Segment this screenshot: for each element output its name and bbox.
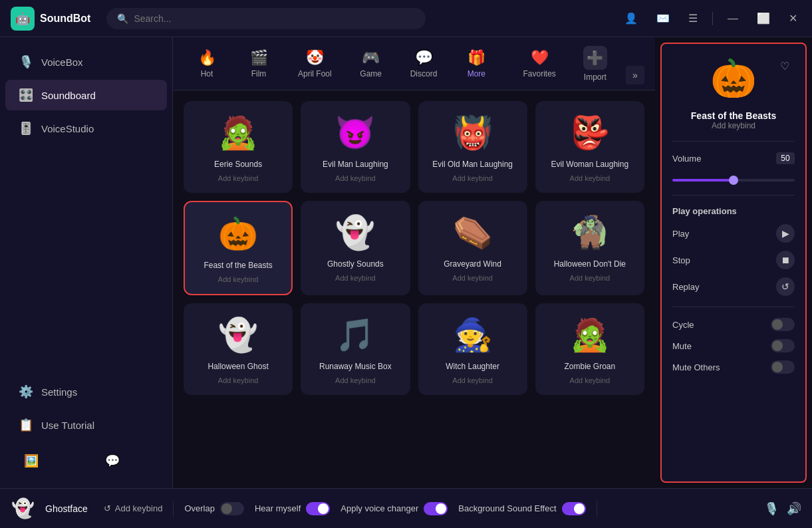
category-favorites[interactable]: ❤️ Favorites	[513, 44, 567, 84]
sound-name: Witch Laughter	[446, 362, 499, 371]
sidebar-item-soundboard[interactable]: 🎛️ Soundboard	[5, 80, 167, 110]
sound-keybind[interactable]: Add keybind	[335, 376, 376, 384]
sound-card-evil-woman[interactable]: 👺 Evil Woman Laughing Add keybind	[535, 101, 644, 193]
sound-keybind[interactable]: Add keybind	[452, 274, 493, 282]
sound-card-evil-man[interactable]: 😈 Evil Man Laughing Add keybind	[301, 101, 410, 193]
minimize-btn[interactable]: —	[724, 10, 742, 27]
sound-card-ghostly[interactable]: 👻 Ghostly Sounds Add keybind	[301, 201, 410, 295]
search-bar[interactable]: 🔍	[106, 8, 426, 29]
overlap-label: Overlap	[184, 503, 215, 513]
volume-btn[interactable]: 🔊	[787, 501, 801, 516]
hear-myself-toggle[interactable]	[306, 502, 330, 515]
play-button[interactable]: ▶	[776, 224, 795, 243]
sidebar-item-extra1[interactable]: 🖼️	[11, 446, 81, 476]
sound-image: 🎵	[334, 314, 376, 356]
microphone-btn[interactable]: 🎙️	[764, 501, 779, 516]
cat-label: More	[468, 69, 485, 78]
hot-icon: 🔥	[198, 49, 216, 66]
sound-keybind[interactable]: Add keybind	[335, 174, 376, 182]
cat-label: April Fool	[298, 69, 332, 78]
sound-keybind[interactable]: Add keybind	[452, 376, 493, 384]
sound-grid-area: 🧟 Eerie Sounds Add keybind 😈 Evil Man La…	[173, 90, 655, 488]
sound-name: Evil Old Man Laughing	[432, 160, 513, 169]
nav-collapse-btn[interactable]: »	[626, 66, 644, 84]
april-fool-icon: 🤡	[306, 49, 324, 66]
app-logo: 🤖 SoundBot	[11, 7, 90, 31]
sound-card-feast[interactable]: 🎃 Feast of the Beasts Add keybind	[184, 201, 293, 295]
sound-card-halloween-ghost[interactable]: 👻 Halloween Ghost Add keybind	[184, 303, 293, 395]
sound-name: Halloween Don't Die	[554, 259, 626, 269]
sound-image: 🧌	[569, 211, 611, 254]
sound-keybind[interactable]: Add keybind	[218, 376, 259, 384]
sound-keybind[interactable]: Add keybind	[218, 275, 259, 283]
heart-icon: ❤️	[531, 49, 549, 66]
soundboard-icon: 🎛️	[19, 88, 33, 102]
cat-label: Game	[360, 69, 382, 78]
user-icon-btn[interactable]: 👤	[620, 9, 642, 27]
maximize-btn[interactable]: ⬜	[753, 9, 774, 27]
sound-card-runaway[interactable]: 🎵 Runaway Music Box Add keybind	[301, 303, 410, 395]
bg-sound-toggle[interactable]	[562, 502, 586, 515]
sound-card-eerie[interactable]: 🧟 Eerie Sounds Add keybind	[184, 101, 293, 193]
apply-voice-toggle[interactable]	[424, 502, 448, 515]
sound-name: Eerie Sounds	[214, 160, 262, 169]
sidebar-item-settings[interactable]: ⚙️ Settings	[5, 376, 167, 407]
sound-card-halloween-die[interactable]: 🧌 Halloween Don't Die Add keybind	[535, 201, 644, 295]
sound-name: Feast of the Beasts	[203, 261, 272, 270]
sidebar-spacer	[0, 145, 172, 375]
replay-button[interactable]: ↺	[776, 277, 795, 296]
bottom-avatar: 👻	[11, 497, 35, 521]
mute-toggle[interactable]	[771, 339, 795, 352]
keybind-icon: ↺	[104, 503, 111, 513]
sidebar-item-voicestudio[interactable]: 🎚️ VoiceStudio	[5, 113, 167, 144]
panel-favorite-btn[interactable]: ♡	[780, 60, 789, 72]
sound-keybind[interactable]: Add keybind	[570, 376, 610, 384]
cycle-toggle[interactable]	[771, 318, 795, 331]
sound-keybind[interactable]: Add keybind	[335, 274, 376, 282]
app-name: SoundBot	[40, 13, 90, 25]
sound-card-graveyard[interactable]: ⚰️ Graveyard Wind Add keybind	[418, 201, 527, 295]
sound-keybind[interactable]: Add keybind	[570, 274, 610, 282]
category-discord[interactable]: 💬 Discord	[400, 44, 448, 84]
sound-keybind[interactable]: Add keybind	[570, 174, 610, 182]
bg-sound-group: Background Sound Effect	[458, 502, 585, 515]
mute-others-toggle[interactable]	[771, 360, 795, 374]
category-more[interactable]: 🎁 More	[453, 44, 499, 84]
overlap-toggle[interactable]	[220, 502, 244, 515]
category-april-fool[interactable]: 🤡 April Fool	[287, 44, 342, 84]
mail-icon-btn[interactable]: ✉️	[652, 9, 674, 27]
sidebar-item-voicebox[interactable]: 🎙️ VoiceBox	[5, 47, 167, 77]
volume-row: Volume 50	[672, 152, 795, 164]
sound-card-evil-old[interactable]: 👹 Evil Old Man Laughing Add keybind	[418, 101, 527, 193]
stop-button[interactable]: ⏹	[776, 251, 795, 269]
sidebar-item-extra2[interactable]: 💬	[92, 446, 162, 476]
cat-label: Hot	[201, 69, 213, 78]
sound-keybind[interactable]: Add keybind	[452, 174, 493, 182]
sidebar-bottom: ⚙️ Settings 📋 Use Tutorial 🖼️ 💬	[0, 375, 172, 480]
search-input[interactable]	[134, 13, 415, 24]
panel-divider-2	[672, 195, 795, 196]
sidebar-item-tutorial[interactable]: 📋 Use Tutorial	[5, 410, 167, 440]
chat-icon: 💬	[105, 454, 120, 468]
titlebar-sep	[712, 12, 713, 25]
panel-add-keybind[interactable]: Add keybind	[672, 121, 795, 130]
volume-slider[interactable]	[672, 179, 795, 182]
bottom-sep-1	[173, 501, 174, 517]
sound-image: ⚰️	[452, 211, 494, 254]
sound-card-zombie[interactable]: 🧟 Zombie Groan Add keybind	[535, 303, 644, 395]
close-btn[interactable]: ✕	[785, 9, 801, 27]
sound-keybind[interactable]: Add keybind	[218, 174, 259, 182]
volume-value: 50	[776, 152, 795, 164]
stop-label: Stop	[672, 255, 690, 265]
bottom-add-keybind-btn[interactable]: ↺ Add keybind	[104, 503, 163, 513]
sound-card-witch[interactable]: 🧙 Witch Laughter Add keybind	[418, 303, 527, 395]
hear-myself-label: Hear myself	[255, 503, 301, 513]
category-film[interactable]: 🎬 Film	[235, 44, 282, 84]
category-game[interactable]: 🎮 Game	[348, 44, 394, 84]
category-hot[interactable]: 🔥 Hot	[184, 44, 230, 84]
menu-icon-btn[interactable]: ☰	[684, 9, 702, 27]
panel-title: Feast of the Beasts	[672, 110, 795, 121]
category-import[interactable]: ➕ Import	[572, 41, 618, 87]
hear-myself-group: Hear myself	[255, 502, 330, 515]
plugin-icon: 🖼️	[24, 454, 39, 468]
